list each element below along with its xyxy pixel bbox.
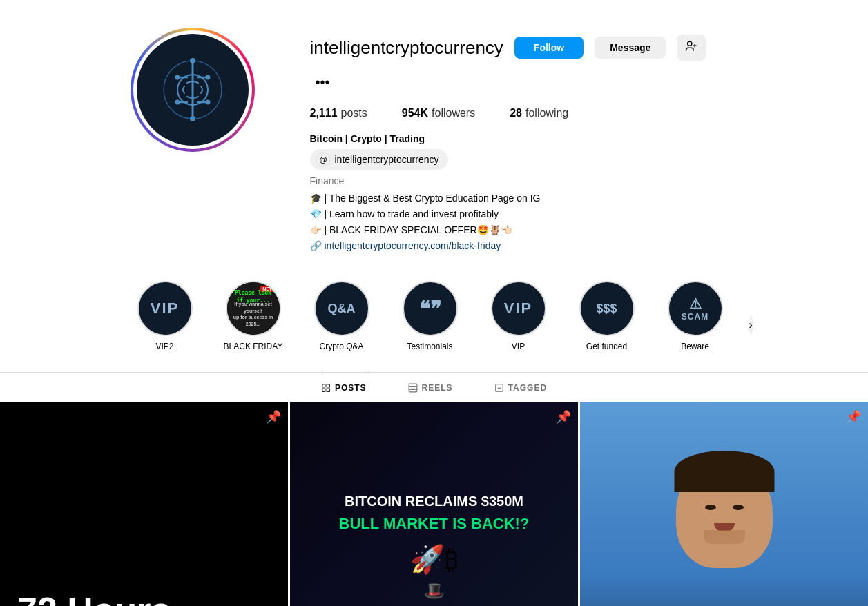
highlight-item[interactable]: ⚠ SCAM Beware [661,281,730,351]
svg-point-10 [175,75,180,80]
highlight-label-qa: Crypto Q&A [319,342,363,351]
avatar-wrapper [131,28,255,152]
svg-point-11 [205,75,210,80]
followers-label: followers [432,107,475,119]
svg-text:@: @ [319,155,327,164]
bio-website-link[interactable]: 🔗 intelligentcryptocurrency.com/black-fr… [310,239,738,253]
highlight-item[interactable]: VIP VIP2 [131,281,200,351]
tab-posts-label: POSTS [335,383,367,393]
posts-stat: 2,111 posts [310,107,367,119]
threads-handle: intelligentcryptocurrency [335,153,439,167]
avatar-inner [133,30,252,149]
post-emoji-2: 🚀₿ [410,543,459,576]
svg-rect-20 [327,384,329,387]
following-stat[interactable]: 28 following [510,107,568,119]
post-subtitle-2: BULL MARKET IS BACK!? [339,515,530,533]
bio-line-2: 💎 | Learn how to trade and invest profit… [310,207,738,222]
svg-point-13 [205,100,210,105]
highlight-circle-funded: $$$ [579,281,635,336]
svg-point-14 [688,41,692,46]
pin-icon-1: 📌 [266,409,281,424]
post-item[interactable]: 📌 BITCOIN RECLAIMS $350M BULL MARKET IS … [290,402,578,606]
following-label: following [525,107,568,119]
svg-rect-19 [322,384,325,387]
tab-reels-label: REELS [422,383,453,393]
svg-point-12 [175,100,180,105]
threads-link[interactable]: @ intelligentcryptocurrency [310,149,449,170]
bio-link-text: intelligentcryptocurrency.com/black-frid… [325,239,501,253]
highlight-circle-vip2: VIP [137,281,193,336]
post-content-2: 📌 BITCOIN RECLAIMS $350M BULL MARKET IS … [290,402,578,606]
post-item[interactable]: 📌 [580,402,868,606]
highlight-circle-vip: VIP [491,281,546,336]
grid-icon [321,383,331,393]
post-content-3: 📌 [580,402,868,606]
following-count: 28 [510,107,522,119]
svg-rect-21 [322,389,325,391]
stats-row: 2,111 posts 954K followers 28 following [310,107,738,119]
person-eye-left [705,505,716,510]
more-options-button[interactable]: ••• [310,72,336,93]
highlight-circle-beware: ⚠ SCAM [668,281,723,336]
bio-line-3: 👉🏻 | BLACK FRIDAY SPECIAL OFFER🤩🦉👈🏻 [310,223,738,237]
highlight-item[interactable]: Q&A Crypto Q&A [307,281,376,351]
highlight-item[interactable]: VIP VIP [484,281,553,351]
followers-stat[interactable]: 954K followers [402,107,475,119]
bio-line-1: 🎓 | The Biggest & Best Crypto Education … [310,191,738,206]
tabs-section: POSTS REELS TAGGED [0,373,868,402]
highlight-label-vip2: VIP2 [155,342,173,351]
follow-button[interactable]: Follow [514,37,584,59]
highlight-label-bf: BLACK FRIDAY [224,342,283,351]
person-eye-right [733,505,744,510]
profile-info: intelligentcryptocurrency Follow Message… [310,28,738,253]
pin-icon-3: 📌 [846,409,861,424]
tab-posts[interactable]: POSTS [321,373,367,402]
tab-tagged[interactable]: TAGGED [494,373,547,402]
add-person-button[interactable] [677,35,706,61]
highlights-next-button[interactable]: › [749,315,753,335]
post-item[interactable]: 📌 72 HoursLeft To [0,402,288,606]
bio-category: Finance [310,174,738,188]
post-content-1: 📌 72 HoursLeft To [0,402,288,606]
svg-rect-23 [409,384,417,392]
highlights-section: VIP VIP2 NEW Please look if your... If y… [89,274,780,372]
highlight-label-funded: Get funded [586,342,627,351]
posts-count: 2,111 [310,107,338,119]
posts-label: posts [341,107,367,119]
bf-preview: NEW Please look if your... If you wanna … [227,282,280,335]
person-beard [704,530,745,544]
svg-rect-22 [327,389,329,391]
link-icon: 🔗 [310,239,322,253]
tab-tagged-label: TAGGED [508,383,547,393]
highlight-label-beware: Beware [681,342,709,351]
highlight-item[interactable]: ❝❞ Testimonials [396,281,465,351]
profile-section: intelligentcryptocurrency Follow Message… [89,0,780,274]
highlight-circle-testimonials: ❝❞ [403,281,458,336]
post-person-2: 🎩 [424,581,445,600]
highlight-item[interactable]: NEW Please look if your... If you wanna … [219,281,288,351]
username: intelligentcryptocurrency [310,37,503,59]
message-button[interactable]: Message [595,37,666,59]
highlight-label-testimonials: Testimonials [407,342,452,351]
pin-icon-2: 📌 [556,409,571,424]
tab-reels[interactable]: REELS [408,373,453,402]
post-title-2: BITCOIN RECLAIMS $350M [345,493,523,509]
svg-point-8 [190,58,195,63]
post-headline-1: 72 HoursLeft To [17,591,271,606]
bio-name: Bitcoin | Crypto | Trading [310,132,738,146]
bio-section: Bitcoin | Crypto | Trading @ intelligent… [310,132,738,253]
profile-top-row: intelligentcryptocurrency Follow Message… [310,35,738,93]
highlight-circle-bf: NEW Please look if your... If you wanna … [226,281,281,336]
tagged-icon [494,383,504,393]
avatar [137,34,249,146]
highlight-circle-qa: Q&A [314,281,369,336]
svg-point-24 [412,387,414,389]
followers-count: 954K [402,107,428,119]
highlight-label-vip: VIP [512,342,525,351]
highlight-item[interactable]: $$$ Get funded [572,281,642,351]
person-hair [674,451,774,492]
svg-point-9 [190,116,195,121]
post-person-bg [580,402,868,606]
posts-grid: 📌 72 HoursLeft To 📌 BITCOIN RECLAIMS $35… [0,402,868,606]
reels-icon [408,383,418,393]
